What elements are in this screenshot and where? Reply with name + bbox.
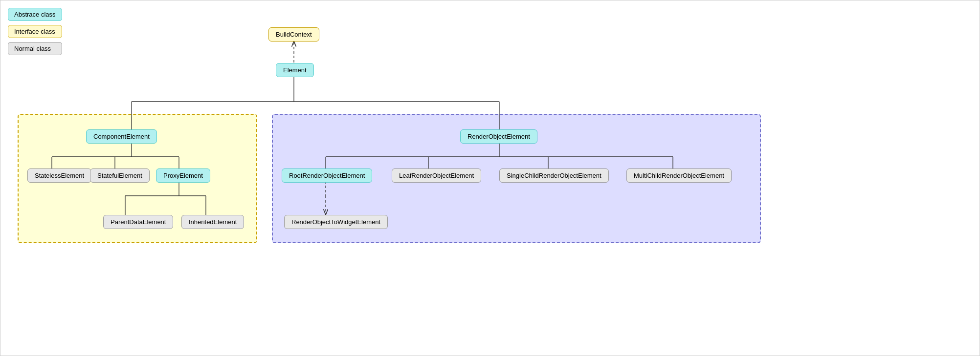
- node-ParentDataElement: ParentDataElement: [103, 215, 173, 229]
- node-ProxyElement: ProxyElement: [156, 168, 210, 183]
- legend-interface: Interface class: [8, 25, 62, 38]
- node-RootRenderObjectElement: RootRenderObjectElement: [282, 168, 372, 183]
- node-RenderObjectToWidgetElement: RenderObjectToWidgetElement: [284, 215, 388, 229]
- diagram-container: Abstrace class Interface class Normal cl…: [0, 0, 980, 356]
- node-ComponentElement: ComponentElement: [86, 129, 157, 144]
- node-StatefulElement: StatefulElement: [90, 168, 150, 183]
- node-InheritedElement: InheritedElement: [181, 215, 244, 229]
- legend-normal: Normal class: [8, 42, 62, 55]
- node-SingleChildRenderObjectElement: SingleChildRenderObjectElement: [499, 168, 609, 183]
- node-StatelessElement: StatelessElement: [27, 168, 91, 183]
- node-MultiChildRenderObjectElement: MultiChildRenderObjectElement: [626, 168, 732, 183]
- node-BuildContext: BuildContext: [268, 27, 319, 42]
- node-Element: Element: [276, 63, 314, 77]
- node-LeafRenderObjectElement: LeafRenderObjectElement: [392, 168, 481, 183]
- legend-abstract: Abstrace class: [8, 8, 62, 21]
- node-RenderObjectElement: RenderObjectElement: [460, 129, 537, 144]
- legend: Abstrace class Interface class Normal cl…: [8, 8, 62, 55]
